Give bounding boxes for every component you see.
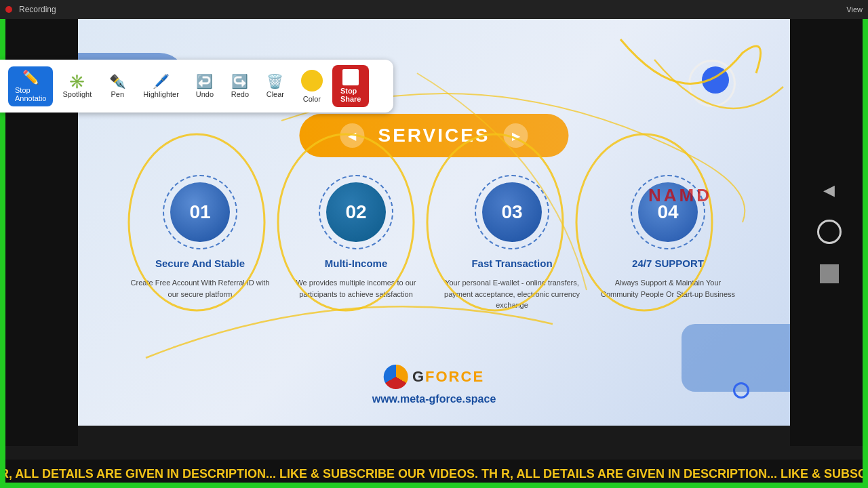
undo-icon: ↩️	[196, 75, 213, 88]
redo-icon: ↪️	[231, 75, 248, 88]
card-4-desc: Always Support & Maintain Your Community…	[597, 277, 739, 300]
spotlight-icon: ✳️	[68, 75, 85, 88]
deco-shape-right	[682, 324, 790, 392]
next-arrow-button[interactable]: ▶	[504, 123, 528, 148]
stop-share-button[interactable]: StopShare	[332, 65, 370, 107]
redo-label: Redo	[231, 90, 249, 98]
deco-circle-small	[733, 382, 749, 399]
pen-button[interactable]: ✒️ Pen	[101, 70, 134, 102]
gforce-logo-text: GFORCE	[412, 368, 484, 386]
view-label: View	[846, 5, 863, 14]
pen-icon: ✒️	[109, 75, 126, 88]
card-3-circle-outer: 03	[475, 175, 549, 249]
website-url: www.meta-gforce.space	[372, 393, 496, 405]
right-sidebar: ◀	[790, 19, 868, 446]
highlighter-label: Highlighter	[143, 90, 179, 98]
card-3-number: 03	[501, 201, 522, 223]
clear-label: Clear	[267, 90, 284, 98]
service-card-3: 03 Fast Transaction Your personal E-wall…	[441, 175, 583, 311]
card-3-title: Fast Transaction	[471, 258, 552, 269]
pen-label: Pen	[111, 90, 125, 98]
stop-annotation-button[interactable]: ✏️ StopAnnotatio	[8, 66, 53, 106]
undo-button[interactable]: ↩️ Undo	[189, 70, 221, 102]
redo-button[interactable]: ↪️ Redo	[224, 70, 256, 102]
card-4-title: 24/7 SUPPORT	[632, 258, 704, 269]
trash-icon: 🗑️	[267, 75, 283, 88]
spotlight-button[interactable]: ✳️ Spotlight	[56, 70, 98, 102]
spotlight-label: Spotlight	[62, 90, 92, 98]
services-title: SERVICES	[378, 125, 490, 146]
color-button[interactable]: Color	[294, 66, 330, 107]
clear-button[interactable]: 🗑️ Clear	[259, 70, 292, 102]
card-3-circle-inner: 03	[482, 182, 542, 242]
ticker-bar: R, ALL DETAILS ARE GIVEN IN DESCRIPTION.…	[0, 460, 868, 488]
undo-label: Undo	[196, 90, 214, 98]
annotation-toolbar: ✏️ StopAnnotatio ✳️ Spotlight ✒️ Pen 🖊️ …	[0, 60, 393, 113]
card-1-desc: Create Free Account With Referral ID wit…	[129, 277, 271, 300]
card-1-title: Secure And Stable	[155, 258, 245, 269]
highlighter-button[interactable]: 🖊️ Highlighter	[136, 70, 186, 102]
card-2-circle-outer: 02	[319, 175, 393, 249]
services-cards-row: 01 Secure And Stable Create Free Account…	[129, 175, 739, 311]
color-swatch	[301, 70, 323, 92]
color-label: Color	[303, 95, 321, 103]
right-arrow-icon[interactable]: ◀	[823, 182, 835, 199]
card-2-circle-inner: 02	[326, 182, 386, 242]
card-2-desc: We provides multiple incomes to our part…	[285, 277, 427, 300]
ticker-text: R, ALL DETAILS ARE GIVEN IN DESCRIPTION.…	[0, 467, 868, 481]
services-banner: ◀ SERVICES ▶	[299, 114, 568, 157]
prev-arrow-button[interactable]: ◀	[340, 123, 364, 148]
recording-dot	[5, 6, 12, 13]
annotation-icon: ✏️	[22, 70, 39, 84]
card-1-circle-inner: 01	[170, 182, 230, 242]
card-1-number: 01	[189, 201, 210, 223]
service-card-2: 02 Multi-Income We provides multiple inc…	[285, 175, 427, 311]
card-3-desc: Your personal E-wallet - online transfer…	[441, 277, 583, 311]
stop-square-button[interactable]	[820, 264, 839, 283]
highlighter-icon: 🖊️	[153, 75, 170, 88]
stop-share-icon	[342, 69, 359, 85]
title-bar-title: Recording	[19, 5, 56, 14]
stop-annotation-label: StopAnnotatio	[15, 86, 46, 102]
card-2-title: Multi-Income	[325, 258, 388, 269]
record-circle-button[interactable]	[817, 220, 842, 244]
card-1-circle-outer: 01	[163, 175, 237, 249]
card-2-number: 02	[345, 201, 366, 223]
logo: GFORCE	[384, 365, 484, 389]
stop-share-label: StopShare	[340, 87, 361, 103]
service-card-1: 01 Secure And Stable Create Free Account…	[129, 175, 271, 311]
title-bar: Recording View	[0, 0, 868, 19]
gforce-logo-icon	[384, 365, 408, 389]
deco-circle-filled	[702, 66, 729, 94]
footer-logo-area: GFORCE www.meta-gforce.space	[372, 365, 496, 405]
namd-overlay-text: NAMD	[648, 185, 712, 206]
